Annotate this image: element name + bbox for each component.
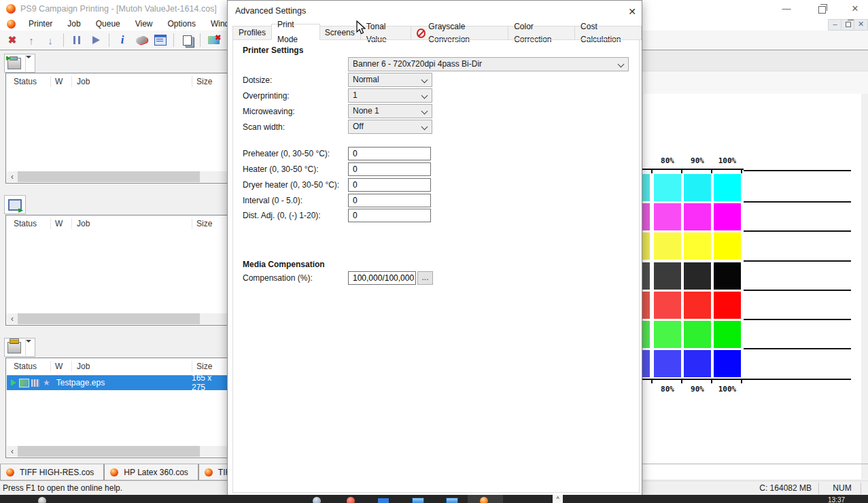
restore-button[interactable]: [810, 0, 833, 18]
move-up-button[interactable]: ↑: [22, 33, 40, 48]
delete-job-button[interactable]: ✖: [3, 33, 21, 48]
mdi-close-button[interactable]: ✕: [854, 19, 868, 31]
menu-job[interactable]: Job: [60, 18, 88, 31]
info-icon: i: [121, 33, 124, 47]
mdi-child-flame-icon: [7, 20, 16, 29]
chart-tick-label: 100%: [712, 156, 742, 165]
column-status[interactable]: Status: [6, 362, 50, 371]
pause-queue-button[interactable]: [68, 33, 86, 48]
tab-color-correction[interactable]: Color Correction: [508, 26, 575, 40]
column-size[interactable]: Size: [192, 218, 228, 229]
menu-view[interactable]: View: [128, 18, 160, 31]
tab-grayscale-conversion[interactable]: Grayscale Conversion: [411, 26, 508, 40]
close-button[interactable]: ✕: [844, 0, 867, 18]
dryer-heater-input[interactable]: [348, 178, 431, 192]
rip-queue-list: Status W Job Size ‹: [5, 215, 228, 326]
taskbar-sphere-icon[interactable]: [38, 497, 46, 503]
move-down-button[interactable]: ↓: [41, 33, 59, 48]
compensation-input[interactable]: [348, 271, 416, 285]
dotsize-combo[interactable]: Normal: [348, 73, 432, 87]
window-title: PS9 Campaign Printing - [Mutoh ValueJet-…: [20, 4, 217, 14]
menu-queue[interactable]: Queue: [88, 18, 128, 31]
swatch-black-80%: [654, 262, 681, 290]
print-mode-combo[interactable]: Banner 6 - 720x720dpi 4pass Bi-Dir: [348, 57, 629, 71]
column-w[interactable]: W: [50, 218, 71, 229]
copy-job-button[interactable]: [178, 33, 196, 48]
dist-adj-input[interactable]: [348, 209, 431, 222]
tab-cost-calculation[interactable]: Cost Calculation: [575, 26, 642, 40]
swatch-red-90%: [684, 292, 711, 319]
scrollbar-thumb[interactable]: [18, 313, 200, 324]
taskbar-overflow-chevron[interactable]: ^: [553, 495, 563, 503]
mdi-minimize-button[interactable]: –: [828, 19, 842, 31]
print-settings-button[interactable]: [133, 33, 150, 48]
heater-input[interactable]: [348, 162, 431, 176]
taskbar-flame-icon[interactable]: [480, 497, 488, 503]
minimize-button[interactable]: —: [775, 0, 798, 18]
column-job[interactable]: Job: [71, 218, 192, 229]
printer-queue-button[interactable]: [4, 54, 35, 73]
status-separator: [861, 483, 861, 494]
chart-tick-mark: [651, 169, 653, 173]
dialog-close-button[interactable]: ✕: [625, 5, 640, 18]
taskbar-window-icon[interactable]: [412, 498, 424, 503]
column-status[interactable]: Status: [6, 77, 50, 86]
tab-label: Screens: [325, 27, 355, 39]
dropdown-caret-icon: [26, 56, 31, 68]
column-job[interactable]: Job: [71, 76, 192, 87]
horizontal-scrollbar[interactable]: ‹: [7, 446, 227, 457]
taskbar-sphere-icon[interactable]: [313, 497, 321, 503]
preheater-input[interactable]: [348, 147, 431, 160]
column-size[interactable]: Size: [192, 361, 228, 372]
job-row-selected[interactable]: ★ Testpage.eps 165 x 275: [7, 375, 227, 390]
microweaving-label: Microweaving:: [243, 107, 295, 116]
column-w[interactable]: W: [50, 76, 71, 87]
microweaving-combo[interactable]: None 1: [348, 104, 432, 118]
mdi-tab-tiff-high-res[interactable]: TIFF HIGH-RES.cos: [0, 464, 104, 481]
tab-print-mode[interactable]: Print Mode: [271, 24, 320, 40]
column-job[interactable]: Job: [71, 361, 192, 372]
column-status[interactable]: Status: [6, 219, 50, 228]
job-info-button[interactable]: i: [114, 33, 131, 48]
swatch-black-90%: [684, 262, 711, 290]
combo-value: Off: [353, 122, 364, 131]
chevron-down-icon: [421, 124, 428, 131]
chevron-down-icon: [421, 77, 428, 84]
swatch-blue-90%: [684, 350, 711, 377]
taskbar-blue-square-icon[interactable]: [378, 498, 389, 503]
taskbar-clock[interactable]: 13:37: [828, 496, 845, 503]
menu-printer[interactable]: Printer: [21, 18, 60, 31]
image-delete-icon: [208, 36, 220, 44]
mdi-tab-hp-latex[interactable]: HP Latex 360.cos: [104, 464, 198, 481]
start-queue-button[interactable]: [87, 33, 105, 48]
mdi-restore-button[interactable]: [841, 19, 855, 31]
menu-options[interactable]: Options: [160, 18, 203, 31]
horizontal-scrollbar[interactable]: ‹: [7, 171, 227, 182]
compensation-label: Compensation (%):: [243, 273, 313, 283]
tab-tonal-value[interactable]: Tonal Value: [361, 26, 411, 40]
chevron-down-icon: [421, 108, 428, 115]
tab-profiles[interactable]: Profiles: [232, 26, 272, 40]
interval-input[interactable]: [348, 194, 431, 207]
horizontal-scrollbar[interactable]: ‹: [7, 313, 227, 324]
scrollbar-thumb[interactable]: [18, 446, 200, 457]
delete-preview-button[interactable]: [205, 33, 222, 48]
chart-tick-mark: [681, 169, 682, 173]
column-size[interactable]: Size: [192, 76, 228, 87]
taskbar-red-app-icon[interactable]: [347, 497, 355, 503]
properties-button[interactable]: [152, 33, 169, 48]
scan-width-combo[interactable]: Off: [348, 120, 432, 134]
dist-adj-label: Dist. Adj. (0, (-) 1-20):: [243, 211, 321, 220]
scrollbar-thumb[interactable]: [18, 171, 200, 182]
taskbar-window-icon[interactable]: [446, 498, 458, 503]
scroll-left-icon[interactable]: ‹: [7, 313, 18, 324]
column-w[interactable]: W: [50, 361, 71, 372]
tab-screens[interactable]: Screens: [319, 26, 361, 40]
toolbar-separator: [173, 33, 174, 47]
overprinting-combo[interactable]: 1: [348, 88, 432, 103]
rip-queue-button[interactable]: [4, 195, 26, 214]
scroll-left-icon[interactable]: ‹: [7, 171, 18, 182]
output-queue-button[interactable]: [4, 338, 35, 357]
scroll-left-icon[interactable]: ‹: [7, 446, 18, 457]
compensation-more-button[interactable]: ...: [417, 271, 433, 285]
